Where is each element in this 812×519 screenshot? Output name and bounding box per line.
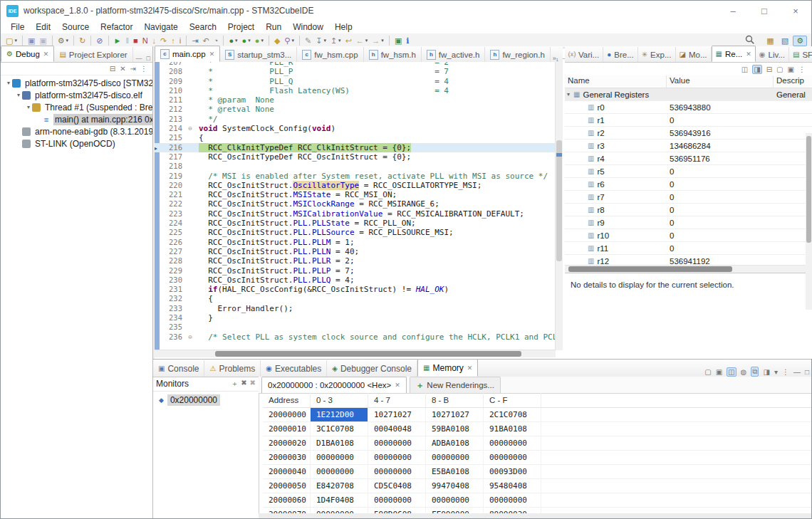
view-menu-icon[interactable]: ⋮: [140, 65, 147, 73]
memory-cell[interactable]: 00000000: [426, 451, 484, 464]
debug-tree-item[interactable]: ▾Thread #1 (Suspended : Breakpo: [1, 101, 152, 113]
memory-cell[interactable]: 00000000: [368, 451, 426, 464]
maximize-view-icon[interactable]: □: [147, 55, 150, 62]
debug-view-tab-debug[interactable]: ⚙Debug✕: [1, 46, 54, 62]
profile-clock-button[interactable]: ◔: [212, 35, 220, 47]
console-tab-problems[interactable]: ⚠Problems: [204, 360, 261, 377]
memory-cell[interactable]: 00000000: [368, 465, 426, 478]
menu-refactor[interactable]: Refactor: [95, 21, 138, 33]
register-row-r3[interactable]: ▥r3134686284: [565, 140, 812, 152]
editor-tab-fw-hsm-h[interactable]: hfw_hsm.h: [364, 47, 422, 62]
suspend-button[interactable]: ‖: [124, 35, 130, 47]
skip-all-breakpoints-button[interactable]: ⊘: [95, 35, 104, 47]
memory-cell[interactable]: 95480408: [484, 479, 541, 493]
link-with-editor-button[interactable]: ▣: [393, 35, 403, 47]
debug-tree-item[interactable]: arm-none-eabi-gdb (8.3.1.2019121: [1, 125, 152, 137]
debug-tree-item[interactable]: ▾platform-stm32l475-disco.elf: [1, 89, 152, 101]
memory-cell[interactable]: ADBA0108: [426, 436, 484, 450]
code-line-220[interactable]: 220 RCC_OscInitStruct.OscillatorType = R…: [155, 181, 556, 190]
menu-file[interactable]: File: [5, 21, 30, 33]
register-row-r2[interactable]: ▥r2536943916: [565, 127, 812, 140]
registers-tab-vari-[interactable]: ⒳Vari...: [565, 47, 603, 62]
new-renderings-tab[interactable]: ＋ New Renderings...: [410, 377, 501, 393]
memory-cell[interactable]: 00000000: [311, 465, 368, 478]
memory-cell[interactable]: 99470408: [426, 479, 484, 493]
next-annotation-button[interactable]: ↧▾: [314, 35, 328, 47]
registers-tab-bre-[interactable]: ●Bre...: [603, 47, 638, 62]
save-all-button[interactable]: ▣: [38, 35, 48, 47]
code-line-211[interactable]: 211 * @param None: [155, 95, 556, 105]
view-menu-icon[interactable]: ⋮: [782, 368, 789, 376]
column-value[interactable]: Value: [667, 75, 774, 88]
memory-cell[interactable]: 10271027: [426, 408, 484, 421]
debug-perspective-button[interactable]: ⚙: [793, 36, 807, 46]
link-renderings-icon[interactable]: ⧉: [751, 367, 759, 377]
memory-cell[interactable]: 1D4F0408: [311, 493, 368, 507]
memory-column-1[interactable]: 0 - 3: [311, 393, 368, 407]
export-icon[interactable]: ▣: [716, 368, 722, 376]
remove-all-terminated-icon[interactable]: ✕: [120, 65, 125, 73]
memory-cell[interactable]: 59BA0108: [426, 422, 484, 436]
memory-cell[interactable]: 00000000: [484, 493, 541, 507]
code-line-216[interactable]: 216▶ RCC_ClkInitTypeDef RCC_ClkInitStruc…: [155, 143, 556, 152]
new-wizard-button[interactable]: ▢▾: [4, 35, 19, 47]
memory-column-3[interactable]: 8 - B: [426, 393, 484, 407]
editor-tab-fw-hsm-cpp[interactable]: cfw_hsm.cpp: [297, 47, 363, 62]
debug-view-tab-project-explorer[interactable]: ▤Project Explorer: [54, 47, 132, 62]
expanded-caret-icon[interactable]: ▾: [5, 80, 12, 86]
close-icon[interactable]: ✕: [395, 382, 400, 389]
code-line-231[interactable]: 231 if(HAL_RCC_OscConfig(&RCC_OscInitStr…: [155, 285, 556, 294]
registers-hscroll-thumb[interactable]: [568, 266, 732, 272]
menu-run[interactable]: Run: [260, 21, 287, 33]
code-line-230[interactable]: 230 RCC_OscInitStruct.PLL.PLLQ = 4;: [155, 276, 556, 285]
disconnect-button[interactable]: Ν: [141, 35, 150, 47]
code-line-226[interactable]: 226 RCC_OscInitStruct.PLL.PLLM = 1;: [155, 238, 556, 247]
step-into-button[interactable]: ↓: [151, 35, 158, 47]
view-menu-icon[interactable]: ⋮: [798, 65, 806, 73]
memory-cell[interactable]: 1E212D00: [311, 408, 368, 421]
debug-tree-item[interactable]: ST-LINK (OpenOCD): [1, 137, 152, 150]
minimize-button[interactable]: –: [717, 1, 749, 21]
code-line-217[interactable]: 217 RCC_OscInitTypeDef RCC_OscInitStruct…: [155, 152, 556, 162]
instruction-stepping-button[interactable]: i: [178, 35, 182, 47]
memory-cell[interactable]: D1BA0108: [311, 436, 368, 450]
memory-row-20000000[interactable]: 200000001E212D0010271027102710272C1C0708: [263, 408, 811, 422]
code-line-234[interactable]: 234 }: [155, 313, 556, 323]
annotations-button[interactable]: ✎: [303, 35, 313, 47]
back-button[interactable]: ←▾: [355, 35, 370, 47]
maximize-view-icon[interactable]: □: [805, 368, 809, 376]
collapse-all-icon[interactable]: ⊟: [110, 65, 115, 73]
console-tab-debugger-console[interactable]: ◈Debugger Console: [327, 360, 417, 377]
memory-cell[interactable]: 91BA0108: [484, 422, 541, 436]
console-tab-memory[interactable]: ▦Memory✕: [417, 359, 478, 377]
code-line-233[interactable]: 233 Error_Handler();: [155, 304, 556, 313]
code-line-215[interactable]: 215{: [155, 133, 556, 142]
add-register-group-icon[interactable]: ▢: [776, 65, 783, 73]
drop-to-frame-button[interactable]: ↶: [202, 35, 211, 47]
toggle-address-icon[interactable]: ◍: [741, 368, 747, 376]
profile-button[interactable]: ●▾: [254, 35, 265, 47]
resume-button[interactable]: ►: [113, 35, 123, 47]
menu-project[interactable]: Project: [222, 21, 260, 33]
code-line-214[interactable]: 214⊖void SystemClock_Config(void): [155, 124, 556, 133]
maximize-button[interactable]: □: [749, 1, 780, 21]
dropdown-icon[interactable]: ▾: [774, 368, 778, 376]
memory-cell[interactable]: 00000000: [368, 493, 426, 507]
close-icon[interactable]: ✕: [467, 365, 473, 372]
code-line-219[interactable]: 219 /* MSI is enabled after System reset…: [155, 172, 556, 181]
code-line-227[interactable]: 227 RCC_OscInitStruct.PLL.PLLN = 40;: [155, 247, 556, 256]
memory-row-20000040[interactable]: 200000400000000000000000E5BA010800093D00: [263, 465, 811, 479]
editor-tab-fw-active-h[interactable]: hfw_active.h: [422, 47, 486, 62]
register-row-r11[interactable]: ▥r110: [565, 242, 812, 255]
close-icon[interactable]: ✕: [746, 51, 751, 58]
fold-marker-icon[interactable]: ⊖: [186, 332, 194, 342]
fold-marker-icon[interactable]: ⊖: [186, 124, 194, 133]
code-line-210[interactable]: 210 * Flash Latency(WS) = 4: [155, 86, 556, 95]
menu-help[interactable]: Help: [329, 21, 358, 33]
memory-cell[interactable]: 10271027: [368, 408, 426, 421]
memory-column-2[interactable]: 4 - 7: [368, 393, 426, 407]
expanded-caret-icon[interactable]: ▾: [565, 91, 572, 98]
code-line-229[interactable]: 229 RCC_OscInitStruct.PLL.PLLP = 7;: [155, 266, 556, 276]
memory-cell[interactable]: 598D0608: [368, 508, 426, 513]
run-button[interactable]: ●▾: [241, 35, 252, 47]
